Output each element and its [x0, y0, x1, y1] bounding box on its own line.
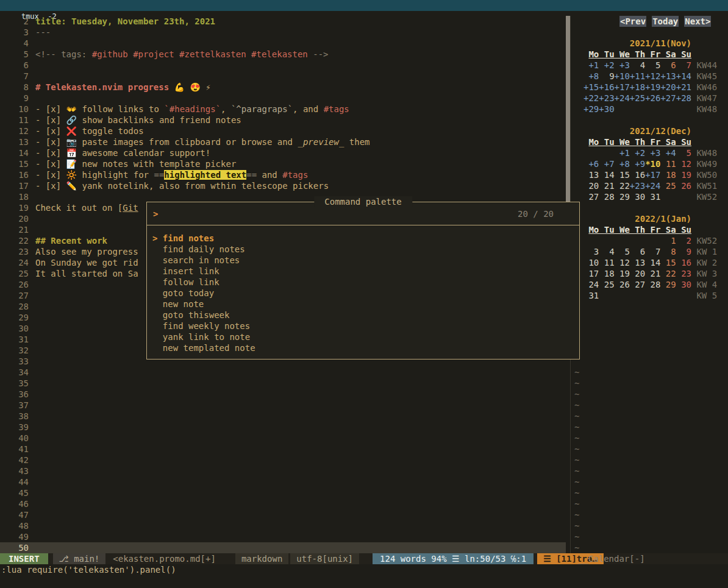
empty-buffer-tilde: ~ — [573, 411, 728, 422]
editor-line: 9 — [0, 93, 566, 104]
calendar-blank-row — [573, 312, 728, 323]
calendar-lnk[interactable]: +6 +7 +8 +9 — [583, 159, 645, 169]
calendar-lnk[interactable]: +10+11+12+13+14 — [615, 71, 691, 81]
calendar-window[interactable]: <Prev Today Next> 2021/11(Nov) Mo Tu We … — [573, 11, 728, 553]
calendar-nav: <Prev Today Next> — [573, 16, 728, 27]
calendar-kw: KW48 — [691, 148, 717, 158]
palette-item-goto-thisweek[interactable]: goto thisweek — [152, 310, 579, 321]
calendar-day[interactable]: 13 14 15 16 — [583, 170, 645, 180]
text-segment-def: - [x] — [35, 126, 66, 136]
calendar-sun[interactable]: 7 — [676, 60, 691, 70]
palette-item-new-note[interactable]: new note — [152, 299, 579, 310]
calendar-day[interactable]: 3 4 5 6 7 — [583, 247, 660, 257]
editor-line: 38 — [0, 411, 566, 422]
calendar-sat[interactable]: 15 — [660, 258, 676, 267]
command-palette-popup: Command palette > 20 / 20 > find notes f… — [146, 202, 580, 360]
empty-buffer-tilde: ~ — [573, 444, 728, 455]
calendar-row: Mo Tu We Th Fr Sa Su — [573, 224, 728, 235]
line-number: 43 — [0, 466, 29, 476]
calendar-sun[interactable]: 5 — [676, 148, 691, 158]
palette-item-insert-link[interactable]: insert link — [152, 266, 579, 277]
calendar-kw: KW50 — [691, 170, 717, 180]
calendar-lnk[interactable]: +8 — [583, 71, 599, 81]
editor-line: 2title: Tuesday, November 23th, 2021 — [0, 16, 566, 27]
empty-buffer-tilde: ~ — [573, 509, 728, 520]
calendar-lnk[interactable]: +17 — [645, 170, 660, 180]
calendar-sun[interactable]: 30 — [676, 280, 691, 289]
text-segment-gry — [246, 49, 251, 59]
palette-item-find-notes[interactable]: > find notes — [152, 233, 579, 244]
calendar-day[interactable]: 9 — [599, 71, 614, 81]
calendar-row: +6 +7 +8 +9*10 11 12 KW49 — [573, 158, 728, 169]
editor-line: 16- [x] 🔆 highlight for ==highlighted te… — [0, 169, 566, 180]
calendar-next-button[interactable]: Next> — [684, 16, 711, 27]
calendar-lnk[interactable]: +22+23+24+25+26+27+28 — [583, 93, 691, 103]
calendar-sun[interactable]: 23 — [676, 269, 691, 278]
calendar-lnk[interactable]: +15+16+17+18+19+20+21 — [583, 82, 691, 92]
calendar-row: +1 +2 +3 4 5 6 7 KW44 — [573, 60, 728, 71]
line-number: 25 — [0, 268, 29, 279]
palette-item-goto-today[interactable]: goto today — [152, 288, 579, 299]
calendar-blank-row — [573, 115, 728, 126]
calendar-lnk[interactable]: +1 +2 +3 — [583, 60, 630, 70]
text-segment-def: follow links to — [77, 104, 164, 114]
text-segment-lnku[interactable]: Git — [123, 203, 138, 213]
calendar-day[interactable]: 20 21 22 — [583, 181, 630, 191]
calendar-sat[interactable]: 18 — [660, 170, 676, 180]
calendar-sun[interactable]: 26 — [676, 181, 691, 191]
palette-item-follow-link[interactable]: follow link — [152, 277, 579, 288]
calendar-day[interactable]: 27 28 29 30 31 — [583, 192, 691, 202]
command-line[interactable]: :lua require('telekasten').panel() — [1, 564, 176, 575]
calendar-today[interactable]: *10 — [645, 159, 660, 169]
calendar-day[interactable] — [583, 148, 615, 158]
calendar-hdr: Mo Tu We Th Fr Sa Su — [588, 49, 691, 59]
calendar-kw: KW52 — [691, 192, 717, 202]
calendar-sun[interactable]: 2 — [676, 236, 691, 246]
text-segment-def: , — [221, 104, 231, 114]
calendar-day[interactable]: 4 5 — [630, 60, 661, 70]
statusline-branch: ⎇ main! — [53, 553, 106, 564]
calendar-lnk[interactable]: +29+30 — [583, 104, 615, 114]
calendar-day[interactable]: 10 11 12 13 14 — [583, 258, 660, 267]
calendar-sat[interactable]: 25 — [660, 181, 676, 191]
prompt-caret-icon: > — [153, 208, 158, 219]
text-segment-tag: #telekasten — [251, 49, 308, 59]
calendar-sun[interactable]: 9 — [676, 247, 691, 257]
calendar-sat[interactable]: 8 — [660, 247, 676, 257]
calendar-today-button[interactable]: Today — [652, 16, 679, 27]
calendar-sat[interactable]: 29 — [660, 280, 676, 289]
command-palette-title: Command palette — [314, 196, 412, 207]
calendar-sat[interactable]: 1 — [660, 236, 676, 246]
calendar-sun[interactable]: 16 — [676, 258, 691, 267]
palette-item-yank-link-to-note[interactable]: yank link to note — [152, 331, 579, 342]
palette-item-search-in-notes[interactable]: search in notes — [152, 255, 579, 266]
palette-item-find-daily-notes[interactable]: find daily notes — [152, 244, 579, 255]
calendar-lnk[interactable]: +1 +2 +3 +4 — [615, 148, 676, 158]
calendar-day[interactable]: 24 25 26 27 28 — [583, 280, 660, 289]
calendar-day[interactable] — [615, 104, 691, 114]
calendar-sun[interactable]: 19 — [676, 170, 691, 180]
text-segment-gry: == — [246, 170, 257, 180]
calendar-lnk[interactable]: +23+24 — [630, 181, 661, 191]
calendar-day[interactable]: 31 — [583, 291, 691, 300]
calendar-sat[interactable]: 6 — [660, 60, 676, 70]
line-number: 38 — [0, 411, 29, 422]
calendar-kw: KW 3 — [691, 269, 717, 278]
calendar-sun[interactable]: 12 — [676, 159, 691, 169]
calendar-sat[interactable]: 22 — [660, 269, 676, 278]
calendar-title: 2021/11(Nov) — [583, 38, 691, 48]
calendar-prev-button[interactable]: <Prev — [619, 16, 646, 27]
calendar-sat[interactable]: 11 — [660, 159, 676, 169]
calendar-blank-row — [573, 323, 728, 334]
editor-line: 6 — [0, 60, 566, 71]
line-number: 44 — [0, 476, 29, 487]
calendar-day[interactable]: 17 18 19 20 21 — [583, 269, 660, 278]
editor-line: 47 — [0, 509, 566, 520]
line-number: 34 — [0, 367, 29, 378]
text-segment-def: highlight for — [77, 170, 154, 180]
text-segment-def: show backlinks and friend notes — [77, 115, 241, 125]
palette-item-new-templated-note[interactable]: new templated note — [152, 342, 579, 353]
palette-item-find-weekly-notes[interactable]: find weekly notes — [152, 321, 579, 331]
calendar-day[interactable] — [583, 236, 660, 246]
calendar-row: +22+23+24+25+26+27+28 KW47 — [573, 93, 728, 104]
